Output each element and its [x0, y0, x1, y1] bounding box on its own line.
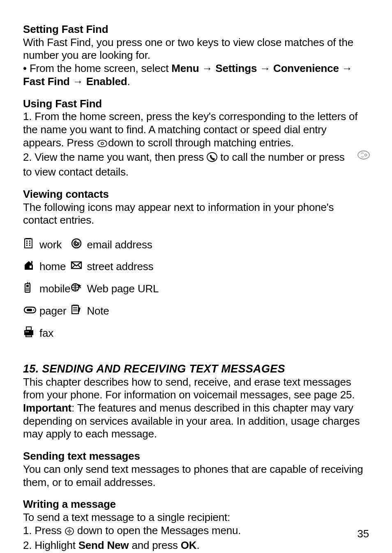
svg-rect-16 [30, 266, 32, 268]
para: The following icons may appear next to i… [23, 201, 369, 227]
step-1: 1. From the home screen, press the key's… [23, 110, 369, 151]
para: You can only send text messages to phone… [23, 463, 369, 489]
svg-rect-22 [27, 288, 28, 289]
svg-rect-41 [24, 330, 33, 335]
text: • From the home screen, select [23, 62, 171, 74]
menu-label: Menu [171, 62, 199, 74]
svg-point-4 [358, 151, 369, 159]
svg-point-5 [365, 154, 367, 156]
text: 1. Press [23, 524, 65, 537]
email-icon [70, 239, 83, 252]
table-row: home street address [23, 260, 159, 274]
svg-rect-8 [26, 241, 28, 242]
icon-legend-table: work email address [23, 230, 159, 348]
heading-writing-message: Writing a message [23, 498, 369, 511]
svg-rect-11 [29, 243, 30, 244]
svg-rect-13 [29, 245, 30, 246]
label: street address [87, 260, 153, 273]
heading-chapter-15: 15. SENDING AND RECEIVING TEXT MESSAGES [23, 362, 369, 376]
svg-point-15 [75, 242, 78, 245]
label: pager [39, 305, 67, 317]
arrow-icon: → [342, 62, 353, 74]
ok-label: OK [181, 539, 197, 551]
svg-point-0 [101, 142, 104, 145]
svg-rect-39 [73, 305, 78, 306]
send-new-label: Send New [78, 539, 129, 551]
table-row: pager Note [23, 304, 159, 319]
text: down to scroll through matching entries. [108, 137, 294, 149]
svg-point-50 [69, 529, 70, 530]
svg-rect-10 [26, 243, 28, 244]
note-icon [70, 305, 82, 318]
table-row: mobile Web page URL [23, 281, 159, 297]
svg-rect-42 [26, 335, 32, 337]
label: Note [87, 305, 109, 317]
label: fax [39, 327, 53, 339]
svg-point-48 [67, 531, 68, 532]
para: To send a text message to a single recip… [23, 511, 369, 524]
call-icon [207, 152, 217, 166]
web-url-icon [70, 283, 83, 295]
nav-pad-icon [65, 526, 74, 539]
text: 2. View the name you want, then press [23, 151, 207, 163]
step-2: 2. Highlight Send New and press OK. [23, 539, 369, 552]
svg-point-51 [69, 533, 70, 534]
svg-rect-12 [26, 245, 28, 246]
ok-key-icon [357, 150, 370, 163]
convenience-label: Convenience [273, 62, 339, 74]
svg-rect-28 [27, 290, 28, 291]
page-number: 35 [357, 528, 369, 541]
svg-point-3 [207, 153, 217, 162]
svg-point-47 [68, 530, 70, 532]
table-row: work email address [23, 238, 159, 252]
page: Setting Fast Find With Fast Find, you pr… [0, 0, 392, 553]
heading-viewing-contacts: Viewing contacts [23, 188, 369, 201]
svg-rect-9 [29, 241, 30, 242]
important-label: Important [23, 402, 71, 414]
label: mobile [39, 282, 70, 295]
label: work [39, 238, 62, 251]
label: home [39, 260, 66, 273]
text: to view contact details. [23, 166, 129, 178]
svg-point-46 [65, 528, 74, 535]
fax-icon [23, 328, 35, 340]
svg-rect-43 [25, 331, 26, 332]
enabled-label: Enabled [86, 75, 127, 88]
heading-sending-text: Sending text messages [23, 450, 369, 463]
settings-label: Settings [215, 62, 257, 74]
text: and press [129, 539, 180, 551]
text: to call the number or press [220, 151, 344, 163]
table-row: fax [23, 326, 159, 341]
para: With Fast Find, you press one or two key… [23, 36, 369, 62]
home-icon [23, 261, 35, 273]
text: down to open the Messages menu. [74, 524, 241, 537]
nav-pad-icon [97, 138, 108, 151]
svg-rect-25 [27, 289, 28, 290]
para: This chapter describes how to send, rece… [23, 376, 369, 402]
svg-rect-21 [26, 288, 27, 289]
svg-rect-17 [31, 261, 32, 264]
arrow-icon: → [202, 62, 212, 74]
text: . [127, 75, 130, 88]
arrow-icon: → [260, 62, 270, 74]
svg-rect-35 [72, 305, 78, 314]
text: . [196, 539, 199, 551]
step-1: 1. Press down to open the Messages menu. [23, 524, 369, 539]
svg-rect-20 [26, 285, 29, 287]
pager-icon [23, 305, 37, 317]
label: Web page URL [87, 282, 159, 295]
text: : The features and menus described in th… [23, 402, 360, 440]
svg-rect-45 [28, 331, 29, 332]
svg-rect-29 [28, 290, 29, 291]
para-menu-path: • From the home screen, select Menu → Se… [23, 62, 369, 88]
step-2: 2. View the name you want, then press to… [23, 151, 369, 178]
work-icon [23, 239, 34, 252]
street-address-icon [70, 260, 83, 273]
svg-rect-7 [25, 238, 31, 239]
arrow-icon: → [73, 75, 83, 88]
svg-rect-27 [26, 290, 27, 291]
svg-rect-33 [27, 309, 32, 311]
heading-using-fast-find: Using Fast Find [23, 97, 369, 111]
mobile-icon [23, 284, 32, 296]
label: email address [87, 238, 152, 251]
